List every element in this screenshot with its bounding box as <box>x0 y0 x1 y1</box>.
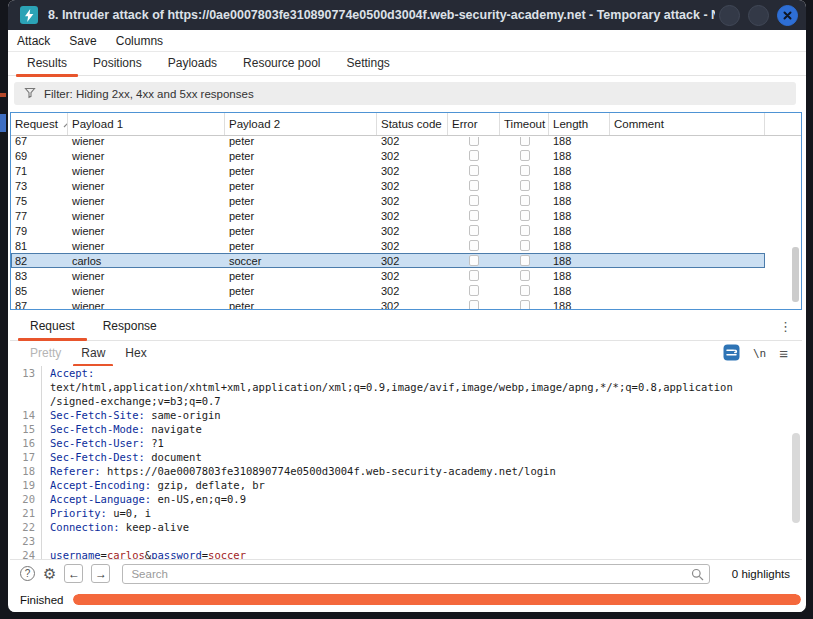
table-row[interactable]: 83wienerpeter302188 <box>11 268 765 283</box>
table-row[interactable]: 81wienerpeter302188 <box>11 238 765 253</box>
timeout-checkbox[interactable] <box>520 240 530 251</box>
error-checkbox[interactable] <box>469 270 479 281</box>
cell-request: 79 <box>11 225 68 237</box>
cell-payload1: wiener <box>68 240 225 252</box>
request-line: 16Sec-Fetch-User: ?1 <box>10 436 802 450</box>
results-table-body: 67wienerpeter30218869wienerpeter30218871… <box>11 137 801 309</box>
cell-length: 188 <box>549 150 610 162</box>
error-checkbox[interactable] <box>469 195 479 206</box>
timeout-checkbox[interactable] <box>520 300 530 309</box>
cell-timeout <box>500 150 549 161</box>
column-header-request[interactable]: Request <box>11 113 68 135</box>
previous-match-button[interactable]: ← <box>64 564 83 583</box>
syntax-highlight-icon[interactable] <box>723 344 740 364</box>
cell-error <box>448 137 500 146</box>
table-row[interactable]: 87wienerpeter302188 <box>11 298 765 309</box>
search-input[interactable] <box>122 564 710 584</box>
error-checkbox[interactable] <box>469 300 479 309</box>
cell-payload1: wiener <box>68 285 225 297</box>
status-label: Finished <box>20 594 63 606</box>
timeout-checkbox[interactable] <box>520 255 530 266</box>
error-checkbox[interactable] <box>469 150 479 161</box>
timeout-checkbox[interactable] <box>520 270 530 281</box>
request-line: 21Priority: u=0, i <box>10 506 802 520</box>
menu-item-attack[interactable]: Attack <box>17 34 50 48</box>
cell-error <box>448 285 500 296</box>
tab-positions[interactable]: Positions <box>80 52 155 76</box>
menu-item-columns[interactable]: Columns <box>116 34 163 48</box>
timeout-checkbox[interactable] <box>520 195 530 206</box>
menu-item-save[interactable]: Save <box>69 34 96 48</box>
column-header-status-code[interactable]: Status code <box>377 113 448 135</box>
cell-status-code: 302 <box>377 137 448 147</box>
tab-response[interactable]: Response <box>89 314 171 340</box>
table-row[interactable]: 85wienerpeter302188 <box>11 283 765 298</box>
error-checkbox[interactable] <box>469 210 479 221</box>
newline-toggle-icon[interactable]: \n <box>753 347 766 360</box>
column-header-length[interactable]: Length <box>549 113 610 135</box>
line-content: Connection: keep-alive <box>42 520 189 534</box>
results-table-scrollbar-thumb[interactable] <box>792 247 799 302</box>
cell-length: 188 <box>549 165 610 177</box>
tab-results[interactable]: Results <box>14 52 80 76</box>
timeout-checkbox[interactable] <box>520 180 530 191</box>
minimize-button[interactable] <box>719 5 740 26</box>
filter-bar[interactable]: Filter: Hiding 2xx, 4xx and 5xx response… <box>14 82 796 105</box>
timeout-checkbox[interactable] <box>520 137 530 146</box>
cell-length: 188 <box>549 270 610 282</box>
table-row[interactable]: 82carlossoccer302188 <box>11 253 765 268</box>
maximize-button[interactable] <box>748 5 769 26</box>
column-header-timeout[interactable]: Timeout <box>500 113 549 135</box>
settings-gear-icon[interactable]: ⚙ <box>43 566 56 581</box>
timeout-checkbox[interactable] <box>520 285 530 296</box>
progress-bar <box>73 594 801 605</box>
cell-status-code: 302 <box>377 195 448 207</box>
cell-status-code: 302 <box>377 255 448 267</box>
editor-scrollbar-thumb[interactable] <box>792 433 800 523</box>
search-icon <box>691 567 704 585</box>
table-row[interactable]: 67wienerpeter302188 <box>11 137 765 148</box>
tab-settings[interactable]: Settings <box>333 52 402 76</box>
table-row[interactable]: 79wienerpeter302188 <box>11 223 765 238</box>
table-row[interactable]: 77wienerpeter302188 <box>11 208 765 223</box>
cell-timeout <box>500 195 549 206</box>
error-checkbox[interactable] <box>469 240 479 251</box>
close-button[interactable] <box>777 5 798 26</box>
tab-resource-pool[interactable]: Resource pool <box>230 52 333 76</box>
error-checkbox[interactable] <box>469 180 479 191</box>
tab-request[interactable]: Request <box>16 314 89 340</box>
cell-status-code: 302 <box>377 270 448 282</box>
results-table: RequestPayload 1Payload 2Status codeErro… <box>10 112 802 310</box>
error-checkbox[interactable] <box>469 285 479 296</box>
error-checkbox[interactable] <box>469 225 479 236</box>
timeout-checkbox[interactable] <box>520 225 530 236</box>
table-row[interactable]: 75wienerpeter302188 <box>11 193 765 208</box>
column-header-payload-2[interactable]: Payload 2 <box>225 113 377 135</box>
error-checkbox[interactable] <box>469 165 479 176</box>
line-content: Priority: u=0, i <box>42 506 151 520</box>
column-header-payload-1[interactable]: Payload 1 <box>68 113 225 135</box>
editor-menu-icon[interactable]: ≡ <box>779 345 788 362</box>
cell-length: 188 <box>549 285 610 297</box>
table-row[interactable]: 73wienerpeter302188 <box>11 178 765 193</box>
error-checkbox[interactable] <box>469 137 479 146</box>
table-row[interactable]: 71wienerpeter302188 <box>11 163 765 178</box>
panel-menu-icon[interactable]: ⋮ <box>779 320 792 333</box>
column-header-error[interactable]: Error <box>448 113 500 135</box>
timeout-checkbox[interactable] <box>520 150 530 161</box>
cell-payload2: peter <box>225 285 377 297</box>
timeout-checkbox[interactable] <box>520 210 530 221</box>
line-number: 23 <box>10 534 42 548</box>
help-icon[interactable]: ? <box>20 566 35 581</box>
timeout-checkbox[interactable] <box>520 165 530 176</box>
tab-payloads[interactable]: Payloads <box>155 52 230 76</box>
next-match-button[interactable]: → <box>91 564 110 583</box>
column-header-comment[interactable]: Comment <box>610 113 765 135</box>
view-tab-raw[interactable]: Raw <box>71 343 115 365</box>
error-checkbox[interactable] <box>469 255 479 266</box>
table-row[interactable]: 69wienerpeter302188 <box>11 148 765 163</box>
request-editor[interactable]: 13Accept:text/html,application/xhtml+xml… <box>10 366 802 559</box>
line-content: Accept-Language: en-US,en;q=0.9 <box>42 492 246 506</box>
view-tab-hex[interactable]: Hex <box>115 343 156 365</box>
message-tab-bar: RequestResponse⋮ <box>10 313 802 341</box>
